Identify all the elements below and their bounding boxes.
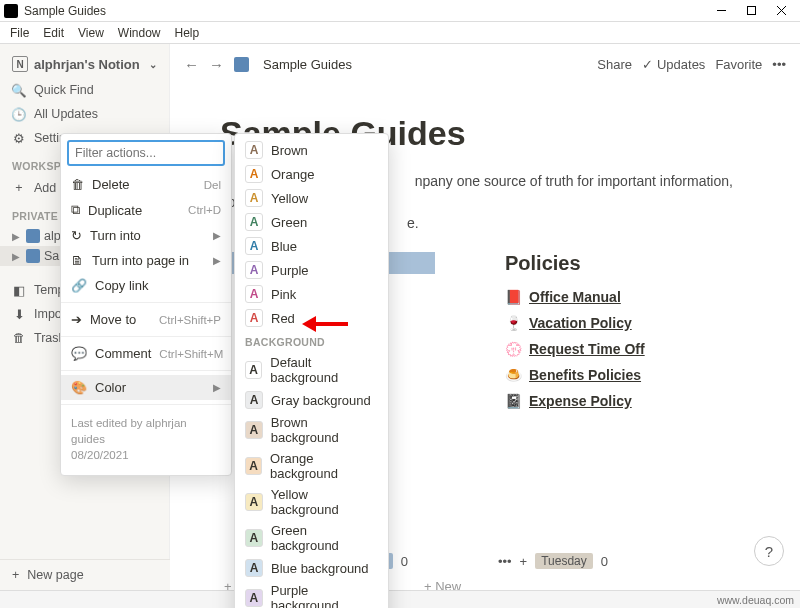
updates-button[interactable]: ✓ Updates — [642, 57, 705, 72]
menubar: File Edit View Window Help — [0, 22, 800, 44]
color-label: Orange — [271, 167, 314, 182]
color-swatch: A — [245, 189, 263, 207]
chevron-icon: ⌄ — [149, 59, 157, 70]
color-label: Green — [271, 215, 307, 230]
background-option[interactable]: ABlue background — [235, 556, 388, 580]
menu-item-turn-into-page[interactable]: 🗎Turn into page in▶ — [61, 248, 231, 273]
color-option[interactable]: AOrange — [235, 162, 388, 186]
app-icon — [4, 4, 18, 18]
color-option[interactable]: APurple — [235, 258, 388, 282]
color-option[interactable]: AYellow — [235, 186, 388, 210]
menu-window[interactable]: Window — [112, 24, 167, 42]
chevron-right-icon: ▶ — [213, 230, 221, 241]
sidebar-quick-find[interactable]: 🔍 Quick Find — [0, 78, 169, 102]
workspace-name: alphrjan's Notion — [34, 57, 140, 72]
background-option[interactable]: AYellow background — [235, 484, 388, 520]
background-option[interactable]: AGreen background — [235, 520, 388, 556]
column-count: 0 — [401, 554, 408, 569]
color-label: Brown — [271, 143, 308, 158]
forward-button[interactable]: → — [209, 56, 224, 73]
color-label: Purple background — [271, 583, 378, 608]
board-column-header[interactable]: ••• + Tuesday 0 — [420, 549, 610, 573]
quick-find-label: Quick Find — [34, 83, 94, 97]
gear-icon: ⚙ — [12, 131, 26, 145]
policy-link[interactable]: 📓Expense Policy — [505, 393, 645, 409]
board-new-card[interactable]: + New — [420, 573, 610, 590]
caret-icon[interactable]: ▶ — [12, 251, 22, 262]
menu-item-delete[interactable]: 🗑DeleteDel — [61, 172, 231, 197]
help-button[interactable]: ? — [754, 536, 784, 566]
menu-file[interactable]: File — [4, 24, 35, 42]
color-option[interactable]: ABlue — [235, 234, 388, 258]
minimize-button[interactable] — [706, 0, 736, 22]
menu-item-move-to[interactable]: ➔Move toCtrl+Shift+P — [61, 307, 231, 332]
menu-item-color[interactable]: 🎨Color▶ — [61, 375, 231, 400]
policy-link[interactable]: 📕Office Manual — [505, 289, 645, 305]
color-swatch: A — [245, 361, 262, 379]
page-icon — [26, 229, 40, 243]
link-icon: 🔗 — [71, 278, 87, 293]
color-swatch: A — [245, 391, 263, 409]
policy-link[interactable]: 🍷Vacation Policy — [505, 315, 645, 331]
menu-item-turn-into[interactable]: ↻Turn into▶ — [61, 223, 231, 248]
plus-icon — [12, 568, 19, 582]
menu-help[interactable]: Help — [169, 24, 206, 42]
policy-link[interactable]: 💮Request Time Off — [505, 341, 645, 357]
close-button[interactable] — [766, 0, 796, 22]
color-swatch: A — [245, 421, 263, 439]
color-swatch: A — [245, 589, 263, 607]
back-button[interactable]: ← — [184, 56, 199, 73]
duplicate-icon: ⧉ — [71, 202, 80, 218]
import-label: Impo — [34, 307, 62, 321]
page-label: Sa — [44, 249, 59, 263]
color-swatch: A — [245, 213, 263, 231]
color-swatch: A — [245, 309, 263, 327]
policy-link[interactable]: 🍮Benefits Policies — [505, 367, 645, 383]
share-button[interactable]: Share — [597, 57, 632, 72]
search-icon: 🔍 — [12, 83, 26, 97]
menu-item-copy-link[interactable]: 🔗Copy link — [61, 273, 231, 298]
color-option[interactable]: ABrown — [235, 138, 388, 162]
background-option[interactable]: ADefault background — [235, 352, 388, 388]
column-tag: Tuesday — [535, 553, 593, 569]
all-updates-label: All Updates — [34, 107, 98, 121]
color-label: Default background — [270, 355, 378, 385]
background-option[interactable]: ABrown background — [235, 412, 388, 448]
trash-icon: 🗑 — [12, 331, 26, 345]
clock-icon: 🕒 — [12, 107, 26, 121]
color-option[interactable]: AGreen — [235, 210, 388, 234]
policies-heading[interactable]: Policies — [505, 252, 645, 275]
favorite-button[interactable]: Favorite — [715, 57, 762, 72]
filter-actions-input[interactable] — [67, 140, 225, 166]
breadcrumb[interactable]: Sample Guides — [263, 57, 352, 72]
column-more-icon[interactable]: ••• — [498, 554, 512, 569]
color-swatch: A — [245, 493, 263, 511]
caret-icon[interactable]: ▶ — [12, 231, 22, 242]
column-count: 0 — [601, 554, 608, 569]
policy-label: Benefits Policies — [529, 367, 641, 383]
background-option[interactable]: AGray background — [235, 388, 388, 412]
menu-edit[interactable]: Edit — [37, 24, 70, 42]
policy-emoji: 🍮 — [505, 367, 521, 383]
background-option[interactable]: AOrange background — [235, 448, 388, 484]
annotation-arrow — [300, 312, 350, 339]
trash-icon: 🗑 — [71, 177, 84, 192]
color-swatch: A — [245, 529, 263, 547]
background-option[interactable]: APurple background — [235, 580, 388, 608]
more-button[interactable]: ••• — [772, 57, 786, 72]
workspace-switcher[interactable]: N alphrjan's Notion ⌄ — [0, 50, 169, 78]
maximize-button[interactable] — [736, 0, 766, 22]
sidebar-all-updates[interactable]: 🕒 All Updates — [0, 102, 169, 126]
column-add-icon[interactable]: + — [520, 554, 528, 569]
status-bar: www.deuaq.com — [0, 590, 800, 608]
menu-item-duplicate[interactable]: ⧉DuplicateCtrl+D — [61, 197, 231, 223]
policy-emoji: 🍷 — [505, 315, 521, 331]
breadcrumb-icon — [234, 57, 249, 72]
color-label: Purple — [271, 263, 309, 278]
color-option[interactable]: APink — [235, 282, 388, 306]
sidebar-new-page[interactable]: New page — [0, 559, 170, 590]
menu-view[interactable]: View — [72, 24, 110, 42]
chevron-right-icon: ▶ — [213, 382, 221, 393]
menu-item-comment[interactable]: 💬CommentCtrl+Shift+M — [61, 341, 231, 366]
policy-label: Office Manual — [529, 289, 621, 305]
